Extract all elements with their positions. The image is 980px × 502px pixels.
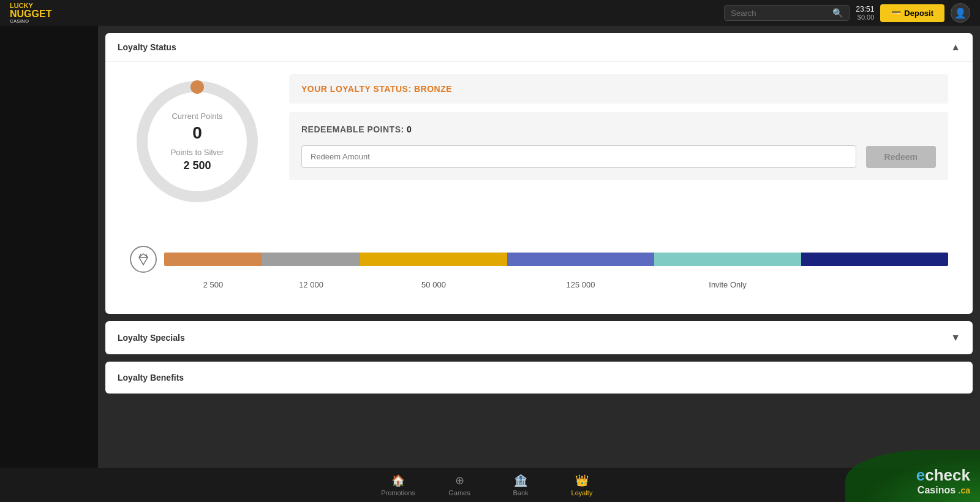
tier-label-50000: 50 000 [360, 280, 507, 289]
tier-label-12000: 12 000 [262, 280, 360, 289]
echeck-casinos-line: Casinos .ca [864, 485, 970, 496]
balance-time: 23:51 [856, 5, 874, 13]
redeemable-title: REDEEMABLE POINTS: 0 [301, 124, 936, 134]
loyalty-benefits-header: Loyalty Benefits [105, 362, 973, 394]
deposit-label: Deposit [904, 9, 933, 18]
loyalty-status-badge: YOUR LOYALTY STATUS: BRONZE [289, 74, 948, 104]
tier-label-invite: Invite Only [654, 280, 801, 289]
nav-item-games[interactable]: ⊕ Games [429, 468, 490, 502]
loyalty-benefits-card: Loyalty Benefits [105, 362, 973, 394]
logo-nugget: NUGGET [10, 9, 51, 19]
games-label: Games [448, 489, 470, 496]
redeemable-label: REDEEMABLE POINTS: [301, 124, 404, 134]
search-box[interactable]: 🔍 [724, 5, 850, 21]
top-navigation: LUCKY NUGGET CASINO 🔍 23:51 $0.00 💳 Depo… [0, 0, 980, 26]
loyalty-specials-toggle[interactable]: ▼ [951, 332, 960, 343]
your-loyalty-label: YOUR LOYALTY STATUS: [301, 84, 412, 94]
tier-labels: 2 500 12 000 50 000 125 000 Invite Only [130, 280, 948, 289]
games-icon: ⊕ [455, 474, 464, 487]
echeck-ca: .ca [959, 485, 970, 495]
balance-box: 23:51 $0.00 [856, 5, 874, 21]
top-nav-right: 🔍 23:51 $0.00 💳 Deposit 👤 [724, 3, 970, 23]
loyalty-status-header: Loyalty Status ▲ [105, 33, 973, 62]
tier-bar-invite [801, 253, 948, 266]
current-points-value: 0 [171, 123, 224, 143]
loyalty-specials-card: Loyalty Specials ▼ [105, 321, 973, 354]
tier-bar-bronze [164, 253, 262, 266]
tier-bar-diamond [654, 253, 801, 266]
circle-inner: Current Points 0 Points to Silver 2 500 [171, 112, 224, 172]
tier-label-2500: 2 500 [164, 280, 262, 289]
tier-bar-platinum [507, 253, 654, 266]
redeemable-box: REDEEMABLE POINTS: 0 Redeem [289, 112, 948, 180]
diamond-icon [130, 246, 157, 273]
tier-bar-gold [360, 253, 507, 266]
points-to-silver-value: 2 500 [171, 159, 224, 172]
deposit-icon: 💳 [891, 9, 901, 18]
echeck-e: e [916, 466, 925, 485]
nav-item-bank[interactable]: 🏦 Bank [490, 468, 551, 502]
search-icon: 🔍 [832, 8, 843, 18]
loyalty-status-toggle[interactable]: ▲ [951, 42, 960, 53]
deposit-button[interactable]: 💳 Deposit [880, 4, 944, 22]
diamond-svg [137, 253, 150, 266]
search-input[interactable] [731, 9, 829, 18]
redeem-button[interactable]: Redeem [866, 146, 936, 168]
user-avatar-button[interactable]: 👤 [951, 3, 970, 23]
echeck-casinos: Casinos [918, 485, 956, 495]
nav-item-loyalty[interactable]: 👑 Loyalty [551, 468, 612, 502]
tier-progress-section: 2 500 12 000 50 000 125 000 Invite Only [105, 234, 973, 314]
loyalty-benefits-title: Loyalty Benefits [118, 373, 184, 382]
redeem-row: Redeem [301, 145, 936, 168]
main-content: Loyalty Status ▲ Current Points 0 Points… [98, 26, 980, 468]
loyalty-status-value: BRONZE [414, 84, 452, 94]
loyalty-icon: 👑 [575, 474, 589, 487]
echeck-watermark: e check Casinos .ca [845, 450, 980, 502]
nav-item-promotions[interactable]: 🏠 Promotions [368, 468, 429, 502]
tier-bar-silver [262, 253, 360, 266]
loyalty-status-title: Loyalty Status [118, 42, 176, 52]
logo[interactable]: LUCKY NUGGET CASINO [10, 2, 51, 24]
echeck-check: check [925, 466, 970, 485]
loyalty-label: Loyalty [571, 489, 593, 496]
loyalty-specials-title: Loyalty Specials [118, 333, 185, 343]
circle-dot [190, 80, 204, 94]
balance-amount: $0.00 [856, 13, 874, 21]
tier-label-125000: 125 000 [507, 280, 654, 289]
redeem-amount-input[interactable] [301, 145, 856, 168]
tier-bars [164, 253, 948, 266]
promotions-label: Promotions [381, 489, 415, 496]
current-points-label: Current Points [171, 112, 224, 121]
user-icon: 👤 [954, 7, 967, 19]
redeemable-points: 0 [407, 124, 412, 134]
sidebar [0, 26, 98, 502]
bottom-navigation: 🏠 Promotions ⊕ Games 🏦 Bank 👑 Loyalty [0, 468, 980, 502]
loyalty-status-card: Loyalty Status ▲ Current Points 0 Points… [105, 33, 973, 314]
logo-lucky: LUCKY [10, 2, 51, 9]
tier-bar-container [130, 246, 948, 273]
loyalty-specials-header: Loyalty Specials ▼ [105, 321, 973, 354]
bank-icon: 🏦 [514, 474, 527, 487]
echeck-logo: e check [864, 466, 970, 485]
loyalty-status-content: Current Points 0 Points to Silver 2 500 … [105, 62, 973, 234]
promotions-icon: 🏠 [391, 474, 405, 487]
loyalty-right-panel: YOUR LOYALTY STATUS: BRONZE REDEEMABLE P… [289, 74, 948, 180]
bank-label: Bank [513, 489, 528, 496]
loyalty-circle: Current Points 0 Points to Silver 2 500 [130, 74, 265, 209]
points-to-silver-label: Points to Silver [171, 148, 224, 157]
tier-label-empty [801, 280, 948, 289]
logo-casino: CASINO [10, 19, 51, 24]
